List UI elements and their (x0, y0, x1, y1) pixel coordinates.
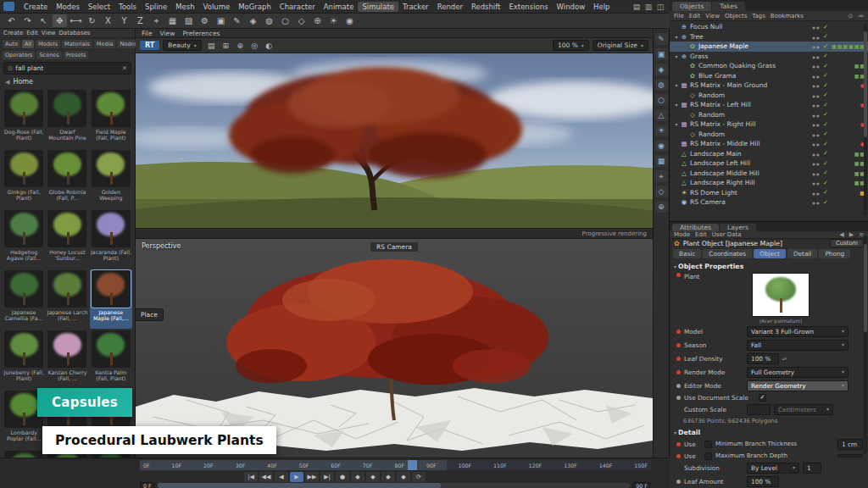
attribute-manager-tab[interactable]: Layers (720, 224, 756, 231)
asset-group-tab[interactable]: Presets (64, 51, 89, 59)
menubar-item[interactable]: Volume (199, 2, 235, 12)
visibility-dots-icon[interactable] (810, 189, 821, 197)
light-object-icon[interactable]: ☀ (326, 14, 341, 27)
volume-icon[interactable]: ○ (278, 14, 292, 27)
object-row[interactable]: △ Landscape Middle Hill ✓ ■■ (670, 169, 868, 179)
deformer-icon[interactable]: ◇ (655, 186, 668, 197)
menubar-item[interactable]: Mesh (171, 2, 198, 12)
plant-asset-item[interactable]: Dwarf Mountain Pine (... (46, 89, 88, 148)
object-name[interactable]: Landscape Right Hill (688, 179, 810, 186)
plant-asset-item[interactable]: Ginkgo (Fall, Plant) (3, 149, 45, 208)
section-detail[interactable]: Detail (670, 426, 868, 437)
expand-arrow-icon[interactable]: ▾ (673, 53, 680, 59)
material-tag-chips[interactable]: ● (830, 102, 865, 108)
enable-check-icon[interactable]: ✓ (821, 189, 830, 196)
nav-forward-icon[interactable]: ▶ (849, 231, 854, 238)
attribute-tab-button[interactable]: Basic (673, 249, 701, 258)
enable-check-icon[interactable]: ✓ (821, 24, 830, 30)
min-branch-thickness-field[interactable]: 1 cm (837, 439, 863, 450)
asset-menu-item[interactable]: Create (3, 30, 23, 36)
axis-x-lock-icon[interactable]: X (101, 14, 115, 27)
light-icon[interactable]: ☀ (655, 125, 668, 136)
custom-scale-field[interactable] (747, 404, 771, 415)
null-icon[interactable]: ⊕ (655, 201, 668, 213)
menubar-item[interactable]: Window (553, 2, 590, 12)
keyframe-dot-icon[interactable] (676, 273, 681, 277)
menubar-item[interactable]: Select (84, 2, 114, 12)
visibility-dots-icon[interactable] (810, 130, 821, 138)
attribute-manager-scrollbar[interactable] (864, 236, 867, 454)
key-parameter-toggle[interactable]: ◆ (397, 472, 410, 482)
subdivision-mode-select[interactable]: By Level▾ (747, 463, 799, 474)
breadcrumb[interactable]: Home (13, 78, 33, 86)
snapshot-icon[interactable]: ▤ (205, 40, 218, 51)
preview-range-slider[interactable] (158, 483, 631, 488)
enable-check-icon[interactable]: ✓ (821, 121, 830, 128)
object-name[interactable]: Japanese Maple (697, 42, 810, 50)
section-object-properties[interactable]: Object Properties (670, 260, 868, 271)
plant-asset-item[interactable]: Japanese Camellia (Fa... (3, 269, 45, 329)
object-name[interactable]: Landscape Middle Hill (688, 169, 810, 177)
next-key-button[interactable]: ▶▶ (305, 472, 319, 482)
menubar-item[interactable]: Extensions (504, 2, 552, 12)
object-name[interactable]: Grass (688, 53, 810, 60)
asset-menu-item[interactable]: View (42, 30, 56, 36)
visibility-dots-icon[interactable] (810, 169, 821, 177)
plant-asset-item[interactable]: Kanzan Cherry (Fall, ... (46, 330, 88, 389)
object-manager-menu-item[interactable]: Edit (689, 13, 701, 19)
undo-icon[interactable]: ↶ (4, 14, 19, 27)
object-name[interactable]: Random (697, 111, 810, 119)
object-row[interactable]: △ Landscape Right Hill ✓ ■■ (670, 178, 868, 188)
timeline-ruler[interactable]: 0F10F20F30F40F50F60F70F80F90F100F110F120… (140, 460, 651, 470)
grid-toggle-icon[interactable]: ⊞ (220, 40, 232, 51)
enable-check-icon[interactable]: ✓ (821, 150, 830, 157)
object-row[interactable]: ✿ Blue Grama ✓ ■■ (670, 71, 868, 81)
material-tag-chips[interactable]: ■■ (830, 170, 865, 176)
enable-check-icon[interactable]: ✓ (821, 169, 830, 176)
expand-arrow-icon[interactable]: ▾ (673, 102, 680, 108)
visibility-dots-icon[interactable] (810, 33, 821, 41)
custom-button[interactable]: Custom (830, 239, 864, 247)
material-tag-chips[interactable]: ■■ (830, 73, 865, 79)
asset-filter-tab[interactable]: Materials (62, 40, 92, 48)
camera-icon[interactable]: ◉ (655, 140, 668, 152)
object-row[interactable]: ✿ Common Quaking Grass ✓ ■■ (670, 61, 868, 71)
asset-search-input[interactable]: ⊙ fall plant ✕ (3, 62, 131, 75)
use-document-scale-checkbox[interactable]: ✓ (759, 394, 766, 402)
plant-asset-item[interactable]: Honey Locust 'Sunbur... (46, 209, 88, 269)
mograph-cloner-icon[interactable]: ◈ (246, 14, 260, 27)
expand-arrow-icon[interactable]: ▾ (673, 121, 680, 127)
plant-asset-item[interactable]: Juneberry (Fall, Plant) (3, 330, 45, 389)
key-position-toggle[interactable]: ◆ (351, 472, 364, 482)
search-icon[interactable]: ⊙ (848, 13, 853, 19)
attribute-mode-menu-item[interactable]: User Data (712, 231, 742, 238)
previous-frame-button[interactable]: ◀ (275, 472, 288, 482)
visibility-dots-icon[interactable] (810, 179, 821, 186)
attribute-tab-button[interactable]: Detail (787, 249, 818, 258)
menubar-item[interactable]: Character (275, 2, 320, 12)
plant-asset-item[interactable]: Japanese Larch (Fall, ... (46, 269, 88, 329)
plant-asset-item[interactable]: Dog-Rose (Fall, Plant) (3, 89, 45, 148)
object-name[interactable]: Tree (688, 33, 810, 41)
attribute-tab-button[interactable]: Coordinates (703, 249, 752, 258)
menubar-item[interactable]: Render (433, 2, 467, 12)
object-row[interactable]: ◇ Random ✓ (670, 130, 868, 140)
enable-check-icon[interactable]: ✓ (821, 63, 830, 69)
model-select[interactable]: Variant 3 Full-Grown▾ (747, 326, 849, 337)
visibility-dots-icon[interactable] (810, 150, 821, 158)
season-select[interactable]: Fall▾ (747, 340, 849, 351)
layout-dual-icon[interactable]: ◫ (654, 2, 666, 12)
enable-check-icon[interactable]: ✓ (821, 180, 830, 186)
attribute-manager-tab[interactable]: Attributes (672, 224, 719, 231)
zoom-select[interactable]: 100 %▾ (553, 40, 589, 51)
size-select[interactable]: Original Size▾ (593, 40, 648, 51)
place-tool-overlay[interactable]: Place (136, 308, 164, 321)
visibility-dots-icon[interactable] (810, 101, 821, 108)
enable-check-icon[interactable]: ✓ (821, 53, 830, 59)
axis-z-lock-icon[interactable]: Z (133, 14, 147, 27)
material-tag-chips[interactable]: ● (830, 82, 865, 88)
key-scale-toggle[interactable]: ◆ (366, 472, 380, 482)
plant-preview-thumbnail[interactable] (752, 273, 810, 317)
attribute-mode-menu-item[interactable]: Mode (674, 231, 690, 238)
viewport-camera-label[interactable]: RS Camera (370, 242, 418, 252)
